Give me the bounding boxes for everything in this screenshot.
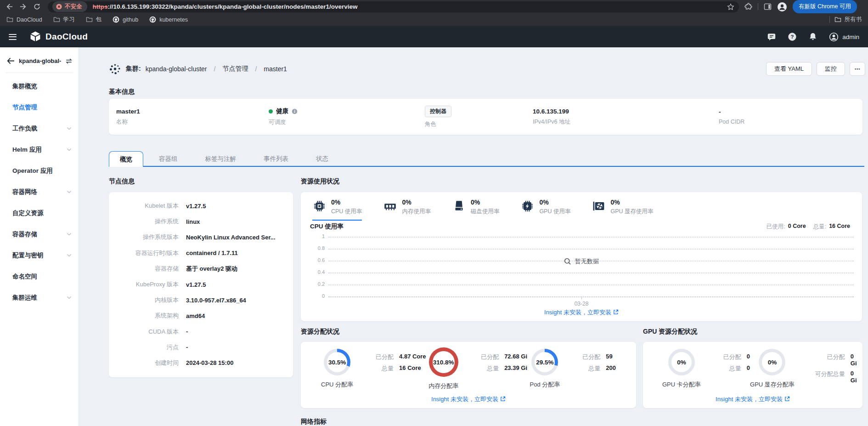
- bookmarks-bar: DaoCloud 学习 包 github kubernetes 所有书: [0, 13, 868, 26]
- sidebar-item-cluster-ops[interactable]: 集群运维: [0, 287, 79, 308]
- sidebar-item-workloads[interactable]: 工作负载: [0, 118, 79, 139]
- all-bookmarks-button[interactable]: 所有书: [834, 16, 862, 23]
- architecture: amd64: [186, 312, 210, 319]
- usage-stats: 0%CPU 使用率 0%内存使用率 0%磁盘使用率: [301, 192, 862, 221]
- bookmark-folder-daocloud[interactable]: DaoCloud: [6, 17, 42, 23]
- help-icon[interactable]: ?: [788, 32, 797, 41]
- more-actions-button[interactable]: ⋯: [850, 62, 865, 76]
- kernel-version: 3.10.0-957.el7.x86_64: [186, 297, 252, 304]
- chart-title: CPU 使用率: [310, 222, 344, 231]
- notifications-bell-icon[interactable]: [808, 32, 817, 41]
- bookmark-folder-study[interactable]: 学习: [53, 16, 75, 23]
- gpu-allocation-card: 0% GPU 卡分配率 已分配0 总量0 0% GPU 显存分配率 已分配: [643, 342, 862, 408]
- folder-icon: [834, 17, 841, 23]
- daocloud-logo-icon: [29, 31, 41, 43]
- cluster-selector: kpanda-global-cl...: [0, 47, 79, 72]
- network-metrics-title: 网络指标: [301, 418, 327, 426]
- memory-icon: [383, 199, 397, 213]
- x-axis-tick: [581, 296, 582, 299]
- sidebar-item-config-secrets[interactable]: 配置与密钥: [0, 245, 79, 266]
- stat-memory-usage[interactable]: 0%内存使用率: [383, 199, 431, 221]
- app-header: DaoCloud ? admin: [0, 26, 868, 47]
- stat-disk-usage[interactable]: 0%磁盘使用率: [452, 199, 500, 221]
- tab-pods[interactable]: 容器组: [147, 151, 190, 167]
- cluster-name[interactable]: kpanda-global-cl...: [19, 57, 61, 64]
- toolbar-separator: [758, 3, 758, 10]
- basic-info-title: 基本信息: [109, 88, 135, 96]
- gpu-icon: [520, 199, 535, 213]
- pod-allocation-donut: 29.5%: [531, 349, 558, 375]
- os-version: NeoKylin Linux Advanced Ser...: [186, 234, 281, 241]
- sidebar-item-cluster-overview[interactable]: 集群概览: [0, 76, 79, 97]
- node-name: master1: [116, 108, 269, 115]
- insight-install-link[interactable]: Insight 未安装，立即安装: [301, 308, 862, 317]
- bookmark-folder-pkg[interactable]: 包: [86, 16, 102, 23]
- back-icon[interactable]: [3, 1, 16, 12]
- switch-cluster-icon[interactable]: [65, 58, 73, 64]
- tab-status[interactable]: 状态: [304, 151, 340, 167]
- stat-gpu-usage[interactable]: 0%GPU 使用率: [520, 199, 570, 221]
- external-link-icon: [613, 309, 619, 315]
- url-rest: ://10.6.135.199:30322/kpanda/clusters/kp…: [108, 3, 358, 10]
- monitor-button[interactable]: 监控: [817, 62, 845, 76]
- cuda-version: -: [186, 328, 193, 335]
- info-icon[interactable]: [292, 108, 298, 114]
- sidebar-toggle-icon[interactable]: [9, 32, 17, 41]
- tab-labels-annotations[interactable]: 标签与注解: [193, 151, 248, 167]
- view-yaml-button[interactable]: 查看 YAML: [766, 62, 812, 76]
- kubeproxy-version: v1.27.5: [186, 281, 211, 288]
- stat-cpu-usage[interactable]: 0%CPU 使用率: [312, 199, 362, 221]
- cpu-usage-chart: 1 0.8 0.6 0.4 0.2 0 暂无数据 03-28: [309, 233, 854, 312]
- sidebar-item-container-network[interactable]: 容器网络: [0, 182, 79, 203]
- breadcrumb-separator: /: [253, 65, 259, 73]
- allocation-card: 30.5% CPU 分配率 已分配4.87 Core 总量16 Core 310…: [301, 342, 636, 408]
- sidebar-item-container-storage[interactable]: 容器存储: [0, 224, 79, 245]
- security-label: 不安全: [65, 3, 82, 11]
- security-badge[interactable]: 不安全: [52, 1, 87, 12]
- github-icon: [113, 16, 119, 23]
- breadcrumb-cluster[interactable]: kpanda-global-cluster: [146, 65, 207, 73]
- reload-icon[interactable]: [30, 1, 43, 12]
- cpu-allocation-donut: 30.5%: [324, 349, 350, 375]
- gpu-memory-icon: [592, 199, 606, 213]
- sidebar-item-helm-apps[interactable]: Helm 应用: [0, 139, 79, 160]
- cluster-icon: [109, 63, 121, 75]
- chrome-update-button[interactable]: 有新版 Chrome 可用: [793, 0, 857, 13]
- user-name: admin: [842, 34, 859, 40]
- sidebar-divider: [6, 73, 73, 73]
- user-avatar-icon: [829, 32, 839, 42]
- insight-install-link[interactable]: Insight 未安装，立即安装: [643, 395, 862, 403]
- bookmark-star-icon[interactable]: [727, 3, 734, 11]
- browser-toolbar: 不安全 https://10.6.135.199:30322/kpanda/cl…: [0, 0, 868, 13]
- sidebar-item-operator-apps[interactable]: Operator 应用: [0, 160, 79, 182]
- allocation-title: 资源分配状况: [301, 328, 339, 336]
- insight-install-link[interactable]: Insight 未安装，立即安装: [301, 395, 636, 403]
- disk-icon: [452, 199, 466, 213]
- sidebar-item-node-management[interactable]: 节点管理: [0, 97, 79, 118]
- forward-icon[interactable]: [17, 1, 29, 12]
- stat-gpu-memory-usage[interactable]: 0%GPU 显存使用率: [592, 199, 653, 221]
- user-menu[interactable]: admin: [829, 32, 859, 42]
- sidebar-item-custom-resources[interactable]: 自定义资源: [0, 203, 79, 224]
- extensions-icon[interactable]: [744, 3, 752, 11]
- external-link-icon: [784, 396, 790, 402]
- external-link-icon: [500, 396, 506, 402]
- profile-avatar-icon[interactable]: [777, 2, 787, 12]
- side-panel-icon[interactable]: [764, 3, 772, 10]
- bookmark-kubernetes[interactable]: kubernetes: [149, 16, 188, 23]
- messages-icon[interactable]: [767, 32, 776, 41]
- magnifier-icon: [564, 258, 571, 265]
- back-arrow-icon[interactable]: [7, 57, 15, 64]
- os: linux: [186, 218, 205, 225]
- tab-events[interactable]: 事件列表: [252, 151, 300, 167]
- breadcrumb-section[interactable]: 节点管理: [222, 65, 248, 73]
- resource-usage-title: 资源使用状况: [301, 177, 339, 186]
- breadcrumb-label: 集群:: [126, 65, 141, 73]
- tab-overview[interactable]: 概览: [109, 151, 143, 167]
- sidebar-item-namespaces[interactable]: 命名空间: [0, 266, 79, 287]
- status-dot-icon: [269, 109, 273, 114]
- bookmark-github[interactable]: github: [113, 16, 138, 23]
- address-bar[interactable]: 不安全 https://10.6.135.199:30322/kpanda/cl…: [48, 1, 739, 12]
- brand-logo[interactable]: DaoCloud: [29, 31, 88, 43]
- folder-icon: [86, 17, 93, 23]
